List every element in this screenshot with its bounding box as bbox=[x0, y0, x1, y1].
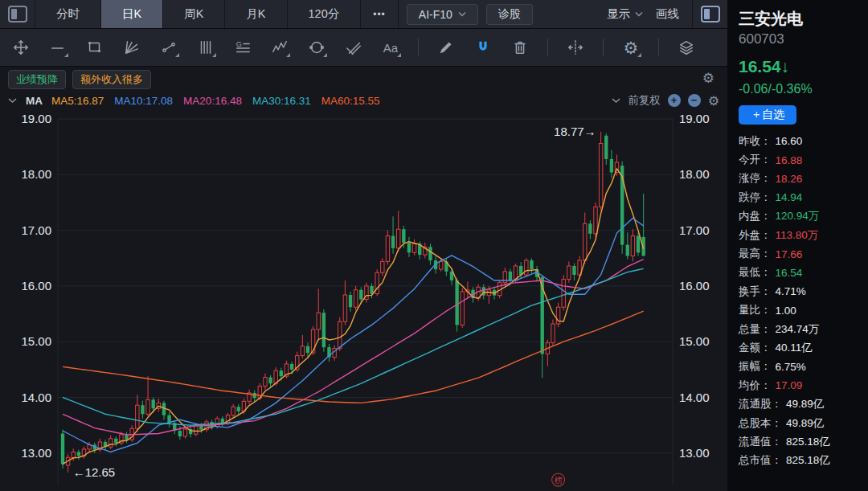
stat-row: 金额：40.11亿 bbox=[739, 338, 860, 357]
zoom-out-button[interactable]: − bbox=[688, 94, 701, 107]
candles bbox=[61, 132, 645, 473]
tag-holder: 业绩预降额外收入很多 bbox=[8, 70, 151, 89]
y-axis-label-left: 13.00 bbox=[21, 446, 51, 460]
stat-label: 昨收： bbox=[739, 134, 772, 149]
stat-value: 16.54 bbox=[776, 267, 803, 279]
price-change: -0.06/-0.36% bbox=[739, 80, 860, 97]
stat-label: 流通值： bbox=[739, 435, 782, 449]
tag-extra-income[interactable]: 额外收入很多 bbox=[72, 70, 151, 89]
trash-tool-icon[interactable] bbox=[510, 38, 530, 57]
stat-row: 量比：1.00 bbox=[739, 301, 860, 320]
tab-more[interactable]: ••• bbox=[361, 0, 399, 28]
stat-row: 今开：16.88 bbox=[739, 150, 860, 169]
stat-label: 最高： bbox=[739, 247, 772, 261]
stat-row: 最高：17.66 bbox=[739, 244, 860, 263]
draw-line-label: 画线 bbox=[656, 6, 679, 22]
gann-fan-tool-icon[interactable] bbox=[122, 38, 141, 57]
indicator-settings-gear-icon[interactable]: ⚙ bbox=[708, 93, 719, 108]
toolbar-divider bbox=[603, 39, 604, 56]
ai-f10-button[interactable]: AI-F10 bbox=[407, 4, 478, 25]
stat-label: 总市值： bbox=[739, 453, 782, 468]
text-tool[interactable]: Aa bbox=[381, 38, 400, 57]
pencil-tool-icon[interactable] bbox=[436, 38, 456, 57]
stat-value: 4.71% bbox=[776, 285, 806, 297]
wave-tool-icon[interactable] bbox=[270, 38, 289, 57]
ma-legend-item: MA20:16.48 bbox=[183, 95, 242, 107]
stat-value: 1.00 bbox=[776, 305, 796, 317]
y-axis-label-left: 14.00 bbox=[21, 391, 51, 404]
y-axis-label-right: 16.00 bbox=[679, 279, 710, 293]
trendline-tool-icon[interactable] bbox=[48, 38, 68, 57]
chevron-down-icon bbox=[458, 11, 466, 17]
toolbar-divider bbox=[418, 39, 419, 56]
tag-earnings-forecast-down[interactable]: 业绩预降 bbox=[8, 70, 66, 89]
tab-weekly-k[interactable]: 周K bbox=[163, 0, 225, 28]
quote-side-panel: 三安光电 600703 16.54↓ -0.06/-0.36% ＋自选 昨收：1… bbox=[727, 0, 868, 491]
stat-value: 113.80万 bbox=[776, 228, 819, 243]
period-tab-bar: 分时日K周K月K120分••• AI-F10 诊股 显示 画线 bbox=[0, 0, 727, 29]
text-tool-label: Aa bbox=[383, 41, 398, 55]
zoom-in-button[interactable]: + bbox=[668, 94, 681, 107]
y-axis-label-right: 17.00 bbox=[679, 223, 710, 237]
right-panel-toggle[interactable] bbox=[692, 0, 727, 28]
stock-code: 600703 bbox=[739, 31, 860, 48]
ma-legend-values: MA5:16.87MA10:17.08MA20:16.48MA30:16.31M… bbox=[51, 95, 380, 107]
magnet-tool-icon[interactable] bbox=[473, 38, 493, 57]
main-area: 分时日K周K月K120分••• AI-F10 诊股 显示 画线 bbox=[0, 0, 727, 491]
ma-legend-item: MA5:16.87 bbox=[51, 95, 104, 107]
stat-value: 120.94万 bbox=[776, 209, 820, 223]
tag-settings-gear-icon[interactable]: ⚙ bbox=[702, 70, 714, 87]
y-axis-label-left: 16.00 bbox=[21, 279, 51, 293]
cycle-tool-icon[interactable] bbox=[307, 38, 326, 57]
rect-tool-icon[interactable] bbox=[85, 38, 104, 57]
stat-row: 换手：4.71% bbox=[739, 282, 860, 301]
stat-value: 825.18亿 bbox=[786, 435, 830, 449]
segment-tool-icon[interactable] bbox=[159, 38, 178, 57]
layers-icon[interactable] bbox=[677, 38, 696, 57]
y-axis-label-left: 15.00 bbox=[21, 334, 51, 348]
stat-row: 流通值：825.18亿 bbox=[739, 432, 860, 451]
stat-value: 14.94 bbox=[776, 191, 803, 203]
ma-line-ma60 bbox=[63, 311, 644, 403]
tab-daily-k[interactable]: 日K bbox=[101, 0, 163, 28]
stat-label: 今开： bbox=[739, 153, 772, 167]
left-panel-toggle[interactable] bbox=[0, 0, 35, 28]
stat-label: 总量： bbox=[739, 322, 772, 337]
diagnose-stock-button[interactable]: 诊股 bbox=[486, 4, 533, 25]
stat-label: 总股本： bbox=[739, 416, 782, 431]
stat-value: 49.89亿 bbox=[786, 416, 824, 431]
stat-row: 昨收：16.60 bbox=[739, 132, 860, 150]
stat-label: 振幅： bbox=[739, 359, 772, 374]
current-price: 16.54↓ bbox=[739, 56, 860, 77]
stat-label: 外盘： bbox=[739, 228, 772, 243]
draw-line-button[interactable]: 画线 bbox=[656, 6, 679, 22]
toolbar-divider bbox=[658, 39, 659, 56]
stat-row: 总市值：825.18亿 bbox=[739, 452, 860, 470]
settings-gear-icon[interactable]: ⚙ bbox=[621, 38, 641, 57]
stat-row: 流通股：49.89亿 bbox=[739, 395, 860, 413]
drawing-toolbar: G Aa ⚙ bbox=[0, 29, 727, 67]
ma-legend-item: MA60:15.55 bbox=[321, 95, 380, 107]
pitchfork-tool-icon[interactable] bbox=[344, 38, 363, 57]
stat-row: 总量：234.74万 bbox=[739, 320, 860, 338]
tab-minute[interactable]: 分时 bbox=[35, 0, 101, 28]
panel-right-icon bbox=[701, 6, 720, 23]
tab-min-120[interactable]: 120分 bbox=[288, 0, 362, 28]
vertical-lines-tool-icon[interactable] bbox=[196, 38, 215, 57]
move-tool-icon[interactable] bbox=[11, 38, 31, 57]
stat-value: 17.66 bbox=[776, 248, 803, 260]
kline-chart[interactable]: 19.0019.0018.0018.0017.0017.0016.0016.00… bbox=[0, 113, 727, 491]
y-axis-label-left: 18.00 bbox=[21, 167, 51, 181]
chevron-down-icon[interactable] bbox=[612, 97, 620, 104]
split-view-icon[interactable] bbox=[566, 38, 585, 57]
stock-app-window: 分时日K周K月K120分••• AI-F10 诊股 显示 画线 bbox=[0, 0, 868, 491]
chevron-down-icon[interactable] bbox=[8, 97, 17, 104]
stat-label: 流通股： bbox=[739, 397, 782, 411]
y-axis-label-right: 13.00 bbox=[679, 446, 710, 460]
price-adjust-mode[interactable]: 前复权 bbox=[628, 93, 661, 108]
display-menu-button[interactable]: 显示 bbox=[607, 6, 643, 22]
add-watchlist-button[interactable]: ＋自选 bbox=[739, 105, 796, 125]
stat-label: 换手： bbox=[739, 284, 772, 299]
tab-monthly-k[interactable]: 月K bbox=[225, 0, 287, 28]
gann-lines-tool-icon[interactable]: G bbox=[233, 38, 252, 57]
